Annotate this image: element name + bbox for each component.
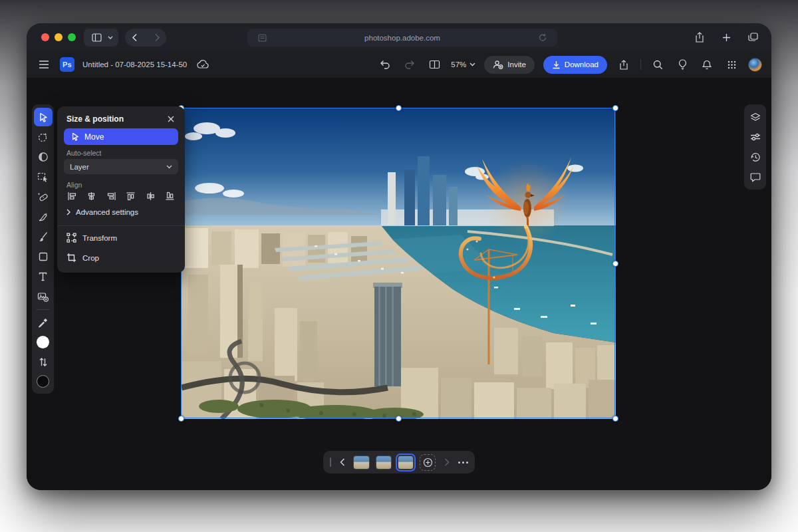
selection-handle-sw[interactable] <box>178 416 184 422</box>
selection-handle-s[interactable] <box>396 416 402 422</box>
document-title: Untitled - 07-08-2025 15-14-50 <box>82 61 187 68</box>
traffic-lights <box>41 33 76 41</box>
align-bottom-icon[interactable] <box>164 190 176 202</box>
photoshop-logo[interactable]: Ps <box>60 57 74 72</box>
right-toolbar <box>744 104 766 190</box>
browser-window: photoshop.adobe.com Ps Untitled - 07-08-… <box>27 23 771 490</box>
zoom-value: 57% <box>451 61 466 68</box>
history-icon[interactable] <box>746 148 765 166</box>
advanced-settings-toggle[interactable]: Advanced settings <box>66 208 138 216</box>
back-icon[interactable] <box>126 29 142 45</box>
minimize-window-button[interactable] <box>55 33 63 41</box>
chevron-left-icon[interactable] <box>337 454 347 470</box>
add-circle-icon <box>423 458 433 467</box>
lightbulb-icon[interactable] <box>674 57 690 72</box>
auto-select-value: Layer <box>70 163 89 171</box>
move-button[interactable]: Move <box>64 128 178 145</box>
zoom-window-button[interactable] <box>68 33 76 41</box>
sidebar-toggle-icon <box>88 29 104 45</box>
zoom-control[interactable]: 57% <box>451 61 475 68</box>
browser-toolbar: photoshop.adobe.com <box>27 23 771 51</box>
object-select-tool[interactable] <box>34 168 53 186</box>
export-icon[interactable] <box>616 57 632 72</box>
comments-icon[interactable] <box>746 168 765 186</box>
layers-icon[interactable] <box>746 108 765 126</box>
address-bar[interactable]: photoshop.adobe.com <box>247 29 557 47</box>
eyedropper-tool[interactable] <box>34 313 53 332</box>
transform-icon <box>66 233 76 243</box>
search-icon[interactable] <box>650 57 666 72</box>
auto-select-dropdown[interactable]: Layer <box>64 159 178 174</box>
chevron-right-icon[interactable] <box>442 454 452 470</box>
align-buttons <box>66 190 176 202</box>
foreground-color-swatch[interactable] <box>37 336 49 348</box>
selection-handle-e[interactable] <box>612 261 618 267</box>
reader-icon[interactable] <box>254 30 270 46</box>
shape-tool[interactable] <box>34 247 53 266</box>
align-left-icon[interactable] <box>66 190 78 202</box>
bell-icon[interactable] <box>699 57 715 72</box>
crop-button[interactable]: Crop <box>66 253 99 263</box>
divider <box>640 59 641 70</box>
city-phoenix-artwork <box>182 108 616 419</box>
add-page-button[interactable] <box>420 454 436 471</box>
selection-handle-ne[interactable] <box>612 105 618 111</box>
auto-select-label: Auto-select <box>66 149 102 157</box>
size-position-panel: Size & position Move Auto-select Layer A… <box>57 106 185 273</box>
page-thumbnail-3[interactable] <box>398 456 414 469</box>
tabs-overview-icon[interactable] <box>745 29 761 45</box>
chevron-down-icon <box>469 63 475 66</box>
more-options-icon[interactable] <box>458 462 468 464</box>
new-tab-icon[interactable] <box>718 29 734 45</box>
close-icon[interactable] <box>166 114 176 124</box>
divider <box>37 309 50 310</box>
move-label: Move <box>84 132 104 142</box>
align-right-icon[interactable] <box>105 190 117 202</box>
align-top-icon[interactable] <box>125 190 137 202</box>
remove-tool[interactable] <box>34 207 53 226</box>
swap-colors-icon[interactable] <box>34 352 53 371</box>
selection-handle-n[interactable] <box>396 105 402 111</box>
drag-handle[interactable] <box>330 458 331 467</box>
select-subject-tool[interactable] <box>34 128 53 146</box>
selection-handle-se[interactable] <box>612 416 618 422</box>
align-label: Align <box>66 181 82 189</box>
redo-icon[interactable] <box>402 57 418 72</box>
invite-person-icon <box>493 60 503 69</box>
canvas-image[interactable] <box>182 108 616 419</box>
transform-button[interactable]: Transform <box>66 233 117 243</box>
invite-button[interactable]: Invite <box>484 56 535 74</box>
left-toolbar <box>32 104 54 394</box>
align-center-horizontal-icon[interactable] <box>86 190 98 202</box>
download-button[interactable]: Download <box>543 56 607 74</box>
forward-icon[interactable] <box>149 29 165 45</box>
page-thumbnail-2[interactable] <box>376 456 392 469</box>
healing-brush-tool[interactable] <box>34 188 53 206</box>
undo-icon[interactable] <box>377 57 393 72</box>
move-cursor-icon <box>71 132 79 141</box>
add-image-tool[interactable] <box>34 287 53 306</box>
cloud-saved-icon <box>195 57 211 72</box>
type-tool[interactable] <box>34 267 53 286</box>
brush-tool[interactable] <box>34 227 53 246</box>
invite-label: Invite <box>507 61 526 68</box>
adjustments-icon[interactable] <box>746 128 765 146</box>
background-color-swatch[interactable] <box>37 375 49 388</box>
magic-wand-tool[interactable] <box>34 148 53 166</box>
document-pages-icon[interactable] <box>426 57 442 72</box>
transform-label: Transform <box>82 234 117 242</box>
reload-icon[interactable] <box>535 30 551 46</box>
share-icon[interactable] <box>692 29 708 45</box>
apps-grid-icon[interactable] <box>724 57 739 72</box>
avatar[interactable] <box>748 58 762 72</box>
close-window-button[interactable] <box>41 33 49 41</box>
crop-label: Crop <box>82 254 99 262</box>
align-center-vertical-icon[interactable] <box>144 190 156 202</box>
page-thumbnail-1[interactable] <box>353 456 369 469</box>
download-icon <box>552 61 561 69</box>
browser-actions <box>692 23 761 51</box>
sidebar-toggle-button[interactable] <box>84 29 118 47</box>
hamburger-menu-icon[interactable] <box>36 57 52 72</box>
move-tool[interactable] <box>34 108 53 126</box>
photoshop-top-bar: Ps Untitled - 07-08-2025 15-14-50 57% <box>27 51 771 78</box>
